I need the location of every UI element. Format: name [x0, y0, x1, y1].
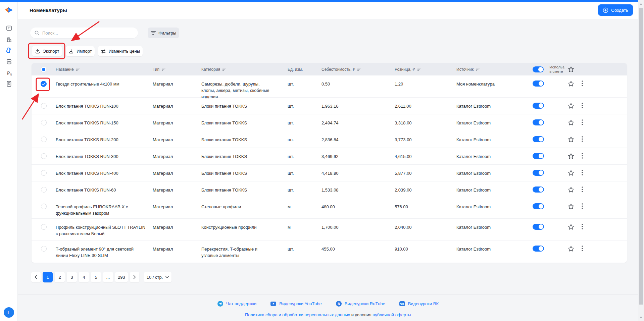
- vk-lessons-link[interactable]: VK Видеоуроки ВК: [399, 301, 439, 307]
- column-header-cost[interactable]: Себестоимость, ₽: [321, 67, 395, 72]
- search-input[interactable]: [42, 31, 130, 36]
- page-ellipsis[interactable]: ...: [103, 272, 113, 282]
- kebab-menu[interactable]: [582, 224, 583, 230]
- sidebar-item-prices[interactable]: ₽ ⇅: [5, 69, 12, 76]
- kebab-menu[interactable]: [582, 203, 583, 210]
- page-title: Номенклатуры: [30, 7, 67, 13]
- search-box[interactable]: [30, 28, 138, 38]
- kebab-menu[interactable]: [582, 186, 583, 193]
- legal-middle-text: и условия: [350, 312, 373, 317]
- sidebar-item-company[interactable]: [5, 36, 12, 43]
- table-row[interactable]: Блок питания TOKKS RUN-300 Материал Блок…: [32, 148, 627, 165]
- vertical-scrollbar[interactable]: [638, 0, 644, 321]
- table-row[interactable]: Блок питания TOKKS RUN-400 Материал Блок…: [32, 165, 627, 181]
- sidebar-item-projects[interactable]: [5, 24, 12, 32]
- row-checkbox[interactable]: [32, 98, 56, 114]
- star-icon[interactable]: [568, 153, 574, 160]
- privacy-policy-link[interactable]: Политика сбора и обработки персональных …: [245, 312, 350, 317]
- scroll-up-arrow[interactable]: [640, 3, 642, 5]
- user-avatar[interactable]: Г: [4, 307, 14, 318]
- star-icon[interactable]: [568, 170, 574, 177]
- scroll-down-arrow[interactable]: [640, 317, 642, 319]
- row-checkbox[interactable]: [32, 240, 56, 263]
- page-button-293[interactable]: 293: [115, 272, 128, 282]
- use-in-estimate-toggle[interactable]: [533, 98, 568, 114]
- kebab-menu[interactable]: [582, 153, 583, 160]
- star-icon[interactable]: [568, 81, 574, 88]
- row-checkbox[interactable]: [32, 131, 56, 148]
- column-header-type[interactable]: Тип: [153, 67, 201, 72]
- row-checkbox[interactable]: [32, 219, 56, 240]
- page-button-2[interactable]: 2: [55, 272, 65, 282]
- use-in-estimate-toggle[interactable]: [533, 114, 568, 131]
- sidebar-item-documents[interactable]: [5, 80, 12, 87]
- table-row[interactable]: Блок питания TOKKS RUN-60 Материал Блоки…: [32, 181, 627, 198]
- star-icon[interactable]: [568, 224, 574, 231]
- support-chat-link[interactable]: Чат поддержки: [217, 301, 256, 307]
- page-button-4[interactable]: 4: [79, 272, 89, 282]
- star-icon[interactable]: [568, 119, 574, 127]
- change-prices-button[interactable]: Изменить цены: [98, 46, 143, 56]
- kebab-menu[interactable]: [582, 103, 583, 109]
- rutube-lessons-link[interactable]: R Видеоуроки RuTube: [336, 301, 385, 307]
- create-button[interactable]: Создать: [598, 4, 633, 16]
- cell-name: Теневой профиль EUROKRAAB X с функционал…: [56, 198, 153, 218]
- kebab-menu[interactable]: [582, 246, 583, 252]
- import-button[interactable]: Импорт: [66, 46, 95, 56]
- row-checkbox[interactable]: [32, 75, 56, 100]
- sidebar-item-objects[interactable]: [5, 58, 12, 65]
- row-checkbox[interactable]: [32, 181, 56, 198]
- page-button-5[interactable]: 5: [91, 272, 101, 282]
- table-row[interactable]: Гвозди строительные 4x100 мм Материал Са…: [32, 75, 627, 98]
- table-row[interactable]: Блок питания TOKKS RUN-150 Материал Блок…: [32, 114, 627, 131]
- row-checkbox[interactable]: [32, 165, 56, 181]
- column-header-favorite[interactable]: [568, 66, 582, 72]
- scrollbar-thumb[interactable]: [639, 8, 643, 305]
- row-checkbox[interactable]: [32, 198, 56, 218]
- prev-page-button[interactable]: [31, 272, 41, 282]
- table-row[interactable]: Блок питания TOKKS RUN-100 Материал Блок…: [32, 98, 627, 114]
- use-in-estimate-toggle[interactable]: [533, 219, 568, 240]
- select-all-checkbox[interactable]: [32, 67, 56, 72]
- table-row[interactable]: Теневой профиль EUROKRAAB X с функционал…: [32, 198, 627, 219]
- filters-button[interactable]: Фильтры: [148, 28, 179, 38]
- page-button-1[interactable]: 1: [43, 272, 53, 282]
- next-page-button[interactable]: [130, 272, 139, 282]
- column-header-category[interactable]: Категория: [201, 67, 288, 72]
- use-in-estimate-toggle[interactable]: [533, 240, 568, 263]
- star-icon[interactable]: [568, 103, 574, 110]
- youtube-lessons-link[interactable]: Видеоуроки YouTube: [270, 301, 321, 307]
- public-offer-link[interactable]: публичной оферты: [373, 312, 411, 317]
- use-in-estimate-toggle[interactable]: [533, 131, 568, 148]
- use-in-estimate-toggle[interactable]: [533, 181, 568, 198]
- kebab-menu[interactable]: [582, 136, 583, 143]
- star-icon[interactable]: [568, 246, 574, 253]
- use-in-estimate-toggle[interactable]: [533, 198, 568, 218]
- page-size-select[interactable]: 10 / стр.: [144, 272, 172, 282]
- table-row[interactable]: Блок питания TOKKS RUN-200 Материал Блок…: [32, 131, 627, 148]
- row-checkbox[interactable]: [32, 114, 56, 131]
- use-in-estimate-toggle[interactable]: [533, 148, 568, 164]
- column-header-source[interactable]: Источник: [456, 67, 533, 72]
- use-in-estimate-toggle-all[interactable]: [533, 66, 544, 72]
- column-header-name[interactable]: Название: [56, 67, 153, 72]
- use-in-estimate-toggle[interactable]: [533, 75, 568, 100]
- page-button-3[interactable]: 3: [67, 272, 77, 282]
- table-row[interactable]: Профиль конструкционный SLOTT TRAYLIN с …: [32, 219, 627, 240]
- star-icon[interactable]: [568, 136, 574, 144]
- star-icon[interactable]: [568, 203, 574, 211]
- import-button-label: Импорт: [77, 49, 92, 54]
- column-header-retail[interactable]: Розница, ₽: [395, 67, 456, 72]
- table-row[interactable]: Т-образный элемент 90° для световой лини…: [32, 240, 627, 263]
- row-checkbox[interactable]: [32, 148, 56, 164]
- export-button[interactable]: Экспорт: [32, 46, 62, 56]
- use-in-estimate-toggle[interactable]: [533, 165, 568, 181]
- sidebar-item-nomenclature[interactable]: [5, 47, 12, 54]
- cell-retail: 5,877.00: [395, 165, 456, 181]
- cell-category: Блоки питания TOKKS: [201, 181, 288, 198]
- kebab-menu[interactable]: [582, 81, 583, 87]
- kebab-menu[interactable]: [582, 170, 583, 176]
- star-icon[interactable]: [568, 186, 574, 194]
- search-icon: [34, 30, 40, 36]
- kebab-menu[interactable]: [582, 119, 583, 126]
